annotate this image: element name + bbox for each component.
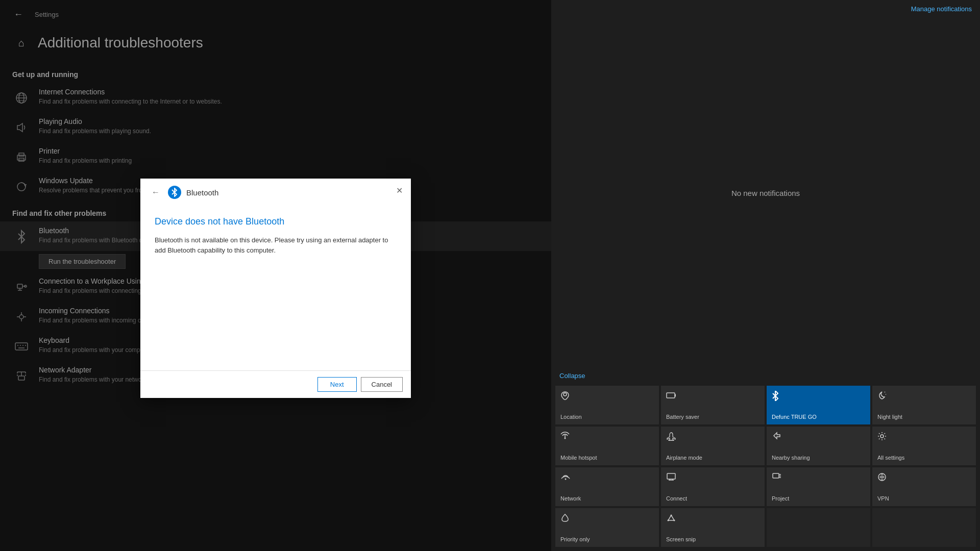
nearby-sharing-icon <box>772 432 782 442</box>
svg-point-48 <box>671 515 672 516</box>
dialog-titlebar: ← Bluetooth ✕ <box>140 179 411 204</box>
tile-battery-saver[interactable]: Battery saver <box>661 386 765 424</box>
no-notifications-area: No new notifications <box>551 18 980 368</box>
vpn-icon <box>877 472 887 484</box>
airplane-mode-label: Airplane mode <box>666 455 702 461</box>
tile-airplane-mode[interactable]: Airplane mode <box>661 427 765 465</box>
dialog-title-text: Bluetooth <box>186 188 218 197</box>
svg-point-50 <box>674 520 675 521</box>
svg-rect-28 <box>667 393 675 398</box>
dialog-footer: Next Cancel <box>140 370 411 398</box>
tile-screen-snip[interactable]: Screen snip <box>661 508 765 547</box>
all-settings-icon <box>877 432 887 443</box>
svg-point-49 <box>668 520 669 521</box>
dialog-error-title: Device does not have Bluetooth <box>155 216 397 227</box>
tile-empty2 <box>872 508 976 547</box>
svg-point-34 <box>565 479 567 480</box>
svg-line-47 <box>671 515 674 520</box>
battery-saver-label: Battery saver <box>666 414 699 420</box>
svg-point-27 <box>564 393 567 396</box>
svg-line-30 <box>885 392 885 392</box>
tile-project[interactable]: Project <box>767 467 870 506</box>
settings-panel: ← Settings ⌂ Additional troubleshooters … <box>0 0 551 551</box>
tile-connect[interactable]: Connect <box>661 467 765 506</box>
dialog-cancel-button[interactable]: Cancel <box>361 377 403 392</box>
tile-nearby-sharing[interactable]: Nearby sharing <box>767 427 870 465</box>
project-label: Project <box>772 495 789 502</box>
dialog-bluetooth-icon <box>168 186 181 199</box>
quick-actions-grid: Location Battery saver Defunc TRUE GO <box>551 384 980 551</box>
tile-mobile-hotspot[interactable]: Mobile hotspot <box>555 427 659 465</box>
vpn-label: VPN <box>877 495 889 502</box>
location-label: Location <box>560 414 582 420</box>
airplane-mode-icon <box>666 432 676 443</box>
dialog-back-button[interactable]: ← <box>149 187 163 198</box>
tile-location[interactable]: Location <box>555 386 659 424</box>
svg-rect-29 <box>675 394 676 397</box>
manage-notifications-button[interactable]: Manage notifications <box>911 5 972 13</box>
dialog-next-button[interactable]: Next <box>317 377 357 392</box>
dialog-close-button[interactable]: ✕ <box>391 183 407 198</box>
priority-only-icon <box>560 513 570 525</box>
location-icon <box>560 391 570 403</box>
priority-only-label: Priority only <box>560 536 590 543</box>
notifications-panel: Manage notifications No new notification… <box>551 0 980 551</box>
tile-priority-only[interactable]: Priority only <box>555 508 659 547</box>
screen-snip-label: Screen snip <box>666 536 696 543</box>
project-icon <box>772 472 782 483</box>
night-light-icon <box>877 391 887 403</box>
svg-line-45 <box>668 515 671 520</box>
all-settings-label: All settings <box>877 455 904 461</box>
connect-icon <box>666 472 676 483</box>
tile-network[interactable]: Network <box>555 467 659 506</box>
notif-header: Manage notifications <box>551 0 980 18</box>
tile-night-light[interactable]: Night light <box>872 386 976 424</box>
bluetooth-dialog: ← Bluetooth ✕ Device does not have Bluet… <box>140 179 411 398</box>
svg-rect-39 <box>773 473 779 478</box>
svg-point-33 <box>880 435 884 438</box>
bluetooth-defunc-label: Defunc TRUE GO <box>772 414 817 420</box>
tile-empty1 <box>767 508 870 547</box>
svg-rect-35 <box>667 473 675 479</box>
mobile-hotspot-label: Mobile hotspot <box>560 455 597 461</box>
no-notifications-text: No new notifications <box>731 189 800 197</box>
bluetooth-tile-icon <box>772 391 779 404</box>
collapse-button[interactable]: Collapse <box>551 368 980 384</box>
tile-all-settings[interactable]: All settings <box>872 427 976 465</box>
night-light-label: Night light <box>877 414 902 420</box>
svg-point-32 <box>565 438 566 439</box>
connect-label: Connect <box>666 495 687 502</box>
tile-vpn[interactable]: VPN <box>872 467 976 506</box>
network-tile-icon <box>560 472 571 483</box>
dialog-overlay: ← Bluetooth ✕ Device does not have Bluet… <box>0 0 551 551</box>
battery-saver-icon <box>666 391 676 402</box>
mobile-hotspot-icon <box>560 432 570 443</box>
dialog-body: Device does not have Bluetooth Bluetooth… <box>140 204 411 370</box>
tile-bluetooth-defunc[interactable]: Defunc TRUE GO <box>767 386 870 424</box>
screen-snip-icon <box>666 513 676 525</box>
network-tile-label: Network <box>560 495 581 502</box>
nearby-sharing-label: Nearby sharing <box>772 455 810 461</box>
dialog-error-desc: Bluetooth is not available on this devic… <box>155 235 397 255</box>
